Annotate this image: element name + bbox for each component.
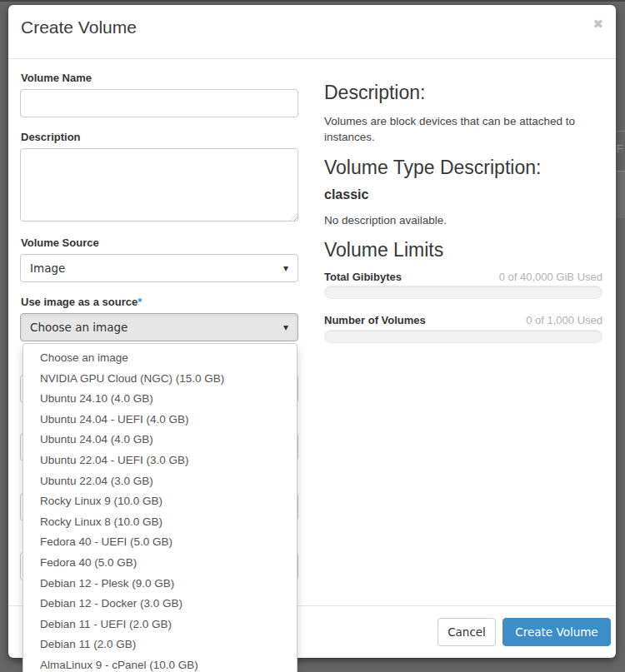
description-label: Description xyxy=(21,131,81,143)
chevron-down-icon: ▾ xyxy=(283,314,288,341)
background-page-element xyxy=(615,172,625,218)
image-option[interactable]: AlmaLinux 9 - cPanel (10.0 GB) xyxy=(23,655,297,672)
image-option[interactable]: NVIDIA GPU Cloud (NGC) (15.0 GB) xyxy=(23,369,297,390)
volume-type-description: No description available. xyxy=(324,212,447,228)
required-marker: * xyxy=(138,296,142,308)
image-source-select[interactable]: Choose an image ▾ xyxy=(20,313,298,341)
image-option[interactable]: Choose an image xyxy=(23,348,297,369)
image-option[interactable]: Fedora 40 - UEFI (5.0 GB) xyxy=(23,532,297,553)
background-page-divider xyxy=(615,171,625,172)
description-heading: Description: xyxy=(324,82,425,104)
volume-type-name: classic xyxy=(324,187,368,202)
volume-name-label: Volume Name xyxy=(21,72,92,84)
image-option[interactable]: Debian 12 - Plesk (9.0 GB) xyxy=(23,574,297,595)
image-option[interactable]: Debian 11 - UEFI (2.0 GB) xyxy=(23,615,297,635)
image-option[interactable]: Ubuntu 24.04 (4.0 GB) xyxy=(23,430,297,450)
image-option[interactable]: Ubuntu 24.04 - UEFI (4.0 GB) xyxy=(23,410,297,431)
limit-usage: 0 of 40,000 GiB Used xyxy=(499,271,602,283)
volume-limits-heading: Volume Limits xyxy=(324,239,443,261)
close-icon[interactable]: ✖ xyxy=(591,16,605,32)
volume-name-input[interactable] xyxy=(20,89,298,117)
chevron-down-icon: ▾ xyxy=(283,255,288,281)
background-page-text-fragment: F xyxy=(617,143,622,155)
create-volume-modal: Create Volume ✖ Volume Name Description … xyxy=(8,5,616,658)
limit-row: Total Gibibytes 0 of 40,000 GiB Used xyxy=(324,271,602,283)
image-option[interactable]: Fedora 40 (5.0 GB) xyxy=(23,553,297,574)
description-textarea[interactable] xyxy=(20,148,298,222)
background-page-divider xyxy=(615,131,625,132)
volume-source-label: Volume Source xyxy=(21,236,99,249)
description-text: Volumes are block devices that can be at… xyxy=(324,113,587,145)
modal-title: Create Volume xyxy=(21,17,137,37)
gibibytes-progress-bar xyxy=(324,286,602,299)
image-source-value: Choose an image xyxy=(30,321,128,334)
cancel-button[interactable]: Cancel xyxy=(438,618,496,646)
volume-source-select[interactable]: Image ▾ xyxy=(20,254,298,282)
limit-label: Number of Volumes xyxy=(324,314,426,326)
limit-label: Total Gibibytes xyxy=(324,271,402,283)
limit-usage: 0 of 1,000 Used xyxy=(526,314,602,326)
volume-type-heading: Volume Type Description: xyxy=(324,157,541,179)
overlay-top-edge xyxy=(0,0,625,2)
limit-row: Number of Volumes 0 of 1,000 Used xyxy=(324,314,602,326)
image-options-list: Choose an imageNVIDIA GPU Cloud (NGC) (1… xyxy=(22,343,298,672)
image-option[interactable]: Ubuntu 22.04 (3.0 GB) xyxy=(23,471,297,492)
modal-header: Create Volume ✖ xyxy=(8,5,616,59)
volumes-progress-bar xyxy=(324,330,602,343)
image-option[interactable]: Debian 12 - Docker (3.0 GB) xyxy=(23,594,297,615)
image-option[interactable]: Rocky Linux 8 (10.0 GB) xyxy=(23,512,297,533)
image-source-label: Use image as a source* xyxy=(21,296,142,308)
volume-source-value: Image xyxy=(30,261,65,275)
create-volume-button[interactable]: Create Volume xyxy=(502,618,611,646)
image-option[interactable]: Debian 11 (2.0 GB) xyxy=(23,635,297,655)
image-option[interactable]: Rocky Linux 9 (10.0 GB) xyxy=(23,491,297,512)
image-option[interactable]: Ubuntu 24.10 (4.0 GB) xyxy=(23,389,297,410)
image-option[interactable]: Ubuntu 22.04 - UEFI (3.0 GB) xyxy=(23,450,297,471)
